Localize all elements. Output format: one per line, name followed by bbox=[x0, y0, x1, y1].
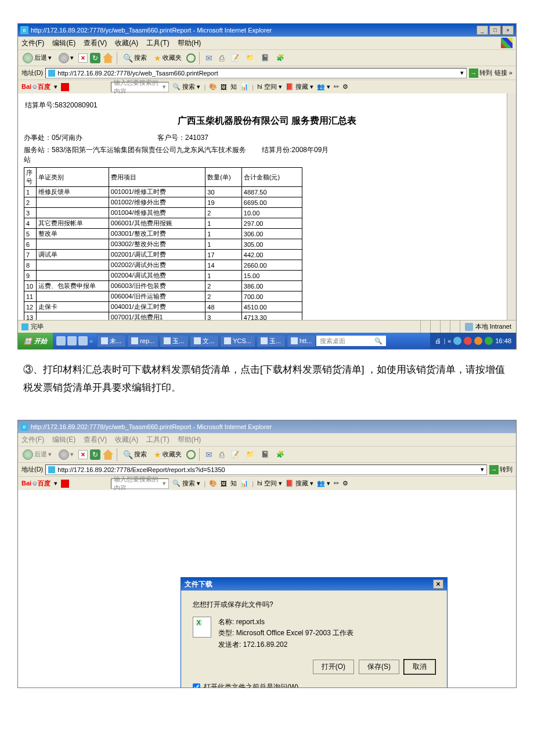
baidu-favorites-button[interactable]: 📕 搜藏 ▾ bbox=[286, 82, 313, 91]
table-row: 9002004/调试其他费115.00 bbox=[24, 271, 302, 281]
settlement-number: 结算单号:58320080901 bbox=[25, 100, 510, 110]
taskbar-item[interactable]: 玉... bbox=[160, 334, 189, 347]
research-button[interactable]: 📓 bbox=[259, 53, 272, 63]
cancel-button[interactable]: 取消 bbox=[404, 660, 435, 674]
baidu-space-button[interactable]: hi 空间 ▾ bbox=[257, 479, 282, 488]
forward-button[interactable]: ▾ bbox=[56, 52, 76, 64]
go-button[interactable]: →转到 bbox=[489, 465, 513, 474]
baidu-pen-button[interactable]: ✏ bbox=[334, 480, 339, 487]
baidu-search-input[interactable]: 输入想要搜索的内容 ▾ bbox=[111, 478, 169, 489]
menu-file[interactable]: 文件(F) bbox=[21, 38, 44, 48]
edit-button[interactable]: 📝 bbox=[229, 449, 241, 459]
baidu-space-button[interactable]: hi 空间 ▾ bbox=[257, 82, 282, 91]
search-button[interactable]: 搜索 bbox=[121, 52, 149, 64]
taskbar-item[interactable]: 文... bbox=[190, 334, 219, 347]
table-row: 3001004/维修其他费210.00 bbox=[24, 208, 302, 218]
desktop-search-input[interactable]: 搜索桌面🔍 bbox=[316, 336, 386, 346]
print-button[interactable] bbox=[217, 449, 226, 460]
close-button[interactable]: × bbox=[502, 26, 514, 35]
menu-help[interactable]: 帮助(H) bbox=[178, 38, 201, 48]
mail-button[interactable] bbox=[203, 52, 215, 64]
ql-media-icon[interactable] bbox=[78, 336, 88, 345]
baidu-more-button[interactable]: 👥 ▾ bbox=[317, 480, 330, 487]
browser-window-2: e http://172.16.89.202:7778/yc/web_Tsasm… bbox=[17, 420, 517, 688]
baidu-know-button[interactable]: 知 bbox=[230, 479, 237, 488]
home-button[interactable] bbox=[103, 449, 113, 460]
always-ask-checkbox[interactable] bbox=[193, 683, 200, 687]
baidu-encyclopedia-button[interactable]: 📊 bbox=[240, 480, 248, 487]
vertical-scrollbar[interactable] bbox=[507, 93, 516, 320]
back-button[interactable]: 后退 ▾ bbox=[20, 52, 54, 64]
tray-icon-1[interactable] bbox=[453, 337, 461, 345]
dialog-title: 文件下载 bbox=[185, 579, 212, 589]
baidu-pen-button[interactable]: ✏ bbox=[334, 83, 339, 91]
taskbar-item[interactable]: rep... bbox=[127, 334, 158, 347]
go-button[interactable]: →转到 bbox=[469, 69, 492, 78]
menu-favorites[interactable]: 收藏(A) bbox=[115, 38, 138, 48]
save-button[interactable]: 保存(S) bbox=[359, 660, 399, 674]
minimize-button[interactable]: _ bbox=[477, 26, 488, 35]
baidu-search-button[interactable]: 🔍 搜索 ▾ bbox=[172, 82, 200, 91]
menu-help: 帮助(H) bbox=[178, 435, 201, 445]
taskbar-item[interactable]: htt... bbox=[287, 334, 316, 347]
edit-button[interactable]: 📝 bbox=[229, 53, 241, 63]
baidu-highlight-button[interactable]: 🎨 bbox=[209, 480, 217, 487]
ql-desktop-icon[interactable] bbox=[67, 336, 77, 345]
open-button[interactable]: 打开(O) bbox=[313, 660, 354, 674]
home-button[interactable] bbox=[103, 53, 113, 63]
research-button[interactable]: 📓 bbox=[259, 449, 272, 459]
refresh-button[interactable]: ↻ bbox=[90, 449, 100, 460]
links-label[interactable]: 链接 » bbox=[495, 69, 513, 77]
history-button[interactable] bbox=[186, 53, 196, 63]
baidu-pic-button[interactable]: 🖼 bbox=[221, 84, 227, 91]
start-button[interactable]: 🪟开始 bbox=[18, 333, 53, 349]
address-input[interactable]: http://172.16.89.202:7778/yc/web_Tsasm66… bbox=[45, 68, 467, 78]
search-button[interactable]: 搜索 bbox=[121, 449, 149, 460]
messenger-button[interactable]: 🧩 bbox=[274, 449, 287, 459]
baidu-gear-button[interactable]: ⚙ bbox=[342, 480, 348, 487]
maximize-button[interactable]: □ bbox=[489, 26, 501, 35]
history-button[interactable] bbox=[186, 450, 196, 459]
ql-ie-icon[interactable] bbox=[56, 336, 66, 345]
taskbar-item[interactable]: 玉... bbox=[257, 334, 286, 347]
taskbar-item[interactable]: YCS... bbox=[220, 334, 255, 347]
th-qty: 数量(单) bbox=[205, 168, 241, 187]
discuss-button[interactable]: 📁 bbox=[244, 53, 257, 63]
refresh-button[interactable]: ↻ bbox=[90, 53, 100, 63]
tray-icon-2[interactable] bbox=[464, 337, 472, 345]
baidu-gear-button[interactable]: ⚙ bbox=[342, 83, 348, 91]
menu-edit[interactable]: 编辑(E) bbox=[52, 38, 75, 48]
stop-button[interactable]: × bbox=[78, 450, 88, 459]
address-input[interactable]: http://172.16.89.202:7778/ExcelReport/re… bbox=[45, 465, 487, 475]
baidu-highlight-button[interactable]: 🎨 bbox=[209, 83, 217, 91]
table-row: 2001002/维修外出费196695.00 bbox=[24, 197, 302, 208]
baidu-pic-button[interactable]: 🖼 bbox=[221, 480, 227, 487]
tray-clock: 16:48 bbox=[495, 337, 511, 344]
tray-chevron-icon[interactable]: « bbox=[448, 337, 451, 344]
baidu-more-button[interactable]: 👥 ▾ bbox=[317, 83, 330, 91]
security-zone: 本地 Intranet bbox=[475, 322, 511, 331]
baidu-logo: Bai☺百度 bbox=[21, 479, 50, 488]
tray-icon-4[interactable] bbox=[485, 337, 493, 345]
discuss-button[interactable]: 📁 bbox=[244, 449, 257, 459]
always-ask-label: 打开此类文件之前总是询问(W) bbox=[204, 682, 298, 687]
baidu-search-button[interactable]: 🔍 搜索 ▾ bbox=[172, 479, 200, 488]
menu-view[interactable]: 查看(V) bbox=[84, 38, 107, 48]
stop-button[interactable]: × bbox=[78, 53, 88, 63]
mail-button[interactable] bbox=[203, 449, 215, 460]
baidu-know-button[interactable]: 知 bbox=[230, 82, 237, 91]
tray-printer-icon[interactable]: 🖨 bbox=[435, 337, 441, 344]
taskbar-item[interactable]: 未... bbox=[97, 334, 126, 347]
messenger-button[interactable]: 🧩 bbox=[274, 53, 287, 63]
file-info: 名称: report.xls 类型: Microsoft Office Exce… bbox=[218, 617, 353, 650]
baidu-encyclopedia-button[interactable]: 📊 bbox=[240, 83, 248, 91]
baidu-favorites-button[interactable]: 📕 搜藏 ▾ bbox=[286, 479, 313, 488]
dialog-close-button[interactable]: × bbox=[433, 579, 443, 589]
tray-icon-3[interactable] bbox=[474, 337, 482, 345]
baidu-search-input[interactable]: 输入想要搜索的内容 ▾ bbox=[111, 82, 169, 92]
menu-tools[interactable]: 工具(T) bbox=[146, 38, 169, 48]
favorites-button[interactable]: 收藏夹 bbox=[151, 449, 184, 460]
print-button[interactable] bbox=[217, 52, 226, 64]
favorites-button[interactable]: 收藏夹 bbox=[151, 52, 184, 64]
back-button: 后退 ▾ bbox=[20, 448, 54, 461]
